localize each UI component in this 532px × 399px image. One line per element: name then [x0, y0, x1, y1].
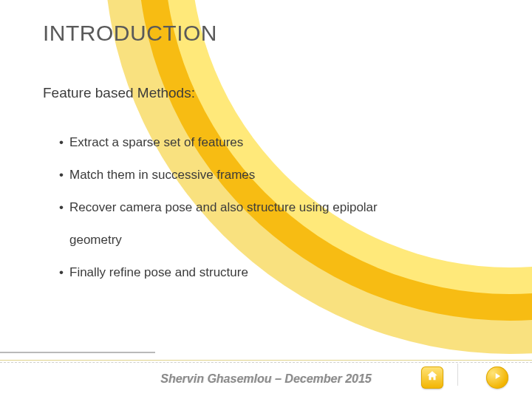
- footer-rule-short: [0, 352, 155, 353]
- next-button[interactable]: [486, 366, 508, 389]
- bullet-item: Match them in successive frames: [59, 167, 488, 183]
- bullet-continuation: geometry: [69, 232, 488, 248]
- bullet-item: Extract a sparse set of features: [59, 134, 488, 151]
- footer-author: Shervin Ghasemlou – December 2015: [0, 372, 532, 386]
- home-button[interactable]: [421, 366, 443, 389]
- slide: INTRODUCTION Feature based Methods: Extr…: [0, 0, 532, 399]
- bullet-text: Recover camera pose and also structure u…: [69, 200, 378, 214]
- bullet-list: Extract a sparse set of features Match t…: [59, 118, 488, 297]
- bullet-item: Finally refine pose and structure: [59, 265, 488, 281]
- home-icon: [426, 369, 439, 386]
- footer-rule: [0, 360, 532, 361]
- footer-rule-secondary: [0, 362, 532, 363]
- footer-separator: [457, 364, 458, 386]
- play-icon: [492, 371, 502, 384]
- bullet-item: Recover camera pose and also structure u…: [59, 200, 488, 248]
- slide-title: INTRODUCTION: [43, 21, 217, 46]
- slide-subtitle: Feature based Methods:: [43, 85, 195, 101]
